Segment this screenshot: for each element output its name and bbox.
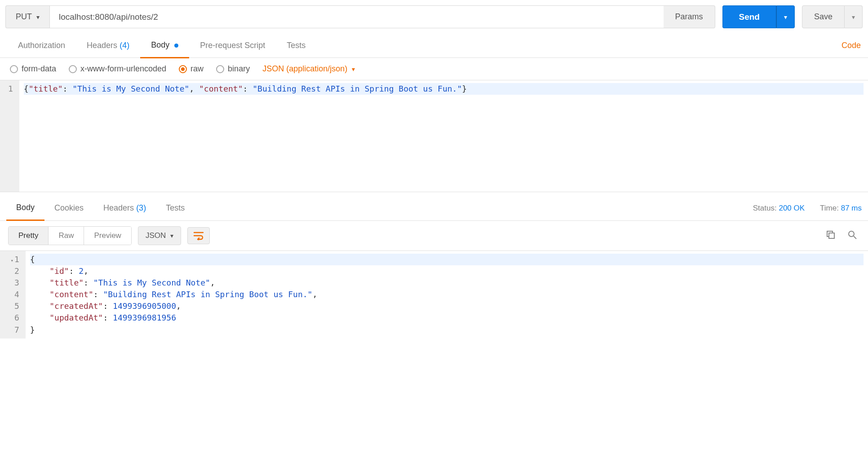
- time-value: 87 ms: [841, 204, 862, 212]
- resp-tab-tests[interactable]: Tests: [156, 196, 195, 220]
- save-group: Save ▾: [802, 5, 863, 28]
- send-group: Send ▾: [722, 5, 795, 28]
- copy-button[interactable]: [823, 227, 838, 245]
- chevron-down-icon: ▾: [784, 13, 787, 21]
- editor-content: { "id": 2, "title": "This is My Second N…: [26, 251, 868, 338]
- view-mode-segment: Pretty Raw Preview: [8, 226, 132, 245]
- chevron-down-icon: ▾: [170, 232, 173, 239]
- preview-button[interactable]: Preview: [84, 227, 131, 245]
- response-body-editor[interactable]: ▾1234567 { "id": 2, "title": "This is My…: [0, 251, 868, 338]
- format-select[interactable]: JSON ▾: [138, 226, 181, 245]
- search-icon: [847, 230, 857, 240]
- pretty-button[interactable]: Pretty: [9, 227, 48, 245]
- radio-raw[interactable]: raw: [179, 64, 204, 74]
- tab-body-label: Body: [151, 40, 169, 49]
- code-link[interactable]: Code: [841, 41, 861, 50]
- tab-tests[interactable]: Tests: [276, 34, 316, 57]
- time-block: Time: 87 ms: [820, 204, 862, 213]
- status-block: Status: 200 OK: [753, 204, 805, 213]
- tab-headers-count: (4): [120, 41, 129, 50]
- status-value: 200 OK: [779, 204, 805, 212]
- search-button[interactable]: [845, 227, 860, 245]
- svg-line-3: [854, 236, 856, 239]
- send-button[interactable]: Send: [722, 5, 776, 28]
- content-type-label: JSON (application/json): [262, 64, 347, 74]
- radio-icon: [69, 65, 77, 73]
- radio-icon: [10, 65, 18, 73]
- save-dropdown-button[interactable]: ▾: [845, 5, 863, 28]
- resp-tab-cookies[interactable]: Cookies: [44, 196, 93, 220]
- save-button[interactable]: Save: [802, 5, 845, 28]
- content-type-select[interactable]: JSON (application/json) ▾: [262, 64, 355, 74]
- resp-tab-headers[interactable]: Headers (3): [93, 196, 156, 220]
- tab-headers-label: Headers: [87, 41, 117, 50]
- format-label: JSON: [146, 231, 166, 240]
- url-input[interactable]: [49, 5, 665, 28]
- radio-binary[interactable]: binary: [216, 64, 250, 74]
- chevron-down-icon: ▾: [352, 66, 355, 73]
- method-select[interactable]: PUT ▾: [5, 5, 49, 28]
- radio-label: form-data: [22, 64, 56, 74]
- request-bar: PUT ▾ Params Send ▾ Save ▾: [0, 0, 868, 34]
- tab-headers[interactable]: Headers (4): [76, 34, 140, 57]
- radio-xwww[interactable]: x-www-form-urlencoded: [69, 64, 166, 74]
- time-label: Time:: [820, 204, 839, 212]
- body-type-row: form-data x-www-form-urlencoded raw bina…: [0, 58, 868, 80]
- method-label: PUT: [16, 12, 32, 22]
- svg-point-2: [849, 231, 854, 237]
- wrap-lines-button[interactable]: [187, 227, 210, 244]
- editor-gutter: ▾1234567: [0, 251, 26, 338]
- chevron-down-icon: ▾: [852, 13, 855, 21]
- wrap-icon: [193, 231, 204, 240]
- resp-tab-body[interactable]: Body: [6, 196, 44, 221]
- editor-content[interactable]: {"title": "This is My Second Note", "con…: [19, 80, 868, 192]
- request-tabs: Authorization Headers (4) Body Pre-reque…: [0, 34, 868, 58]
- editor-gutter: 1: [0, 80, 19, 192]
- radio-label: x-www-form-urlencoded: [80, 64, 166, 74]
- tab-body[interactable]: Body: [140, 33, 189, 58]
- svg-rect-1: [829, 233, 834, 238]
- resp-headers-count: (3): [136, 203, 146, 212]
- radio-label: raw: [190, 64, 204, 74]
- tab-authorization[interactable]: Authorization: [7, 34, 76, 57]
- response-tabs: Body Cookies Headers (3) Tests Status: 2…: [0, 196, 868, 221]
- params-button[interactable]: Params: [664, 5, 715, 28]
- resp-headers-label: Headers: [103, 203, 134, 212]
- request-body-editor[interactable]: 1 {"title": "This is My Second Note", "c…: [0, 80, 868, 192]
- response-toolbar: Pretty Raw Preview JSON ▾: [0, 221, 868, 251]
- tab-pre-request[interactable]: Pre-request Script: [189, 34, 276, 57]
- raw-button[interactable]: Raw: [48, 227, 84, 245]
- status-label: Status:: [753, 204, 777, 212]
- copy-icon: [826, 230, 836, 240]
- radio-icon: [179, 65, 187, 73]
- send-dropdown-button[interactable]: ▾: [776, 5, 795, 28]
- response-meta: Status: 200 OK Time: 87 ms: [753, 204, 862, 213]
- radio-form-data[interactable]: form-data: [10, 64, 56, 74]
- chevron-down-icon: ▾: [36, 13, 40, 21]
- body-modified-indicator: [174, 44, 178, 48]
- radio-label: binary: [228, 64, 250, 74]
- radio-icon: [216, 65, 224, 73]
